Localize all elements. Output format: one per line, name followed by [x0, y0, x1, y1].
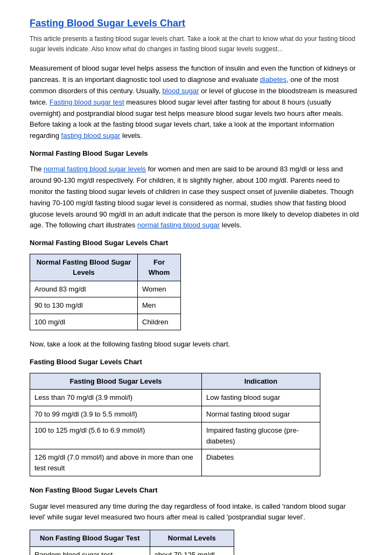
section2-intro: Now, take a look at the following fastin… — [30, 339, 362, 350]
table-row: Around 83 mg/dlWomen — [30, 281, 181, 297]
table-row: 90 to 130 mg/dlMen — [30, 297, 181, 314]
diabetes-link[interactable]: diabetes — [260, 75, 286, 84]
section3-paragraph: Sugar level measured any time during the… — [30, 501, 362, 524]
table-row: 100 mg/dlChildren — [30, 314, 181, 330]
section1-paragraph: The normal fasting blood sugar levels fo… — [30, 164, 362, 231]
section1-chart-heading: Normal Fasting Blood Sugar Levels Chart — [30, 238, 362, 248]
intro-paragraph: Measurement of blood sugar level helps a… — [30, 63, 362, 142]
section1-heading: Normal Fasting Blood Sugar Levels — [30, 148, 362, 159]
page-subtitle: This article presents a fasting blood su… — [30, 34, 362, 54]
table2-col2-header: Indication — [202, 373, 320, 390]
table1-col2-header: For Whom — [138, 254, 181, 281]
table-row: Less than 70 mg/dl (3.9 mmol/l)Low fasti… — [30, 390, 320, 406]
table3-col1-header: Non Fasting Blood Sugar Test — [30, 530, 150, 547]
table-row: 70 to 99 mg/dl (3.9 to 5.5 mmol/l)Normal… — [30, 406, 320, 422]
table-row: 100 to 125 mg/dl (5.6 to 6.9 mmol/l)Impa… — [30, 422, 320, 449]
non-fasting-table: Non Fasting Blood Sugar Test Normal Leve… — [30, 530, 234, 555]
fasting-blood-sugar-link[interactable]: fasting blood sugar — [61, 131, 121, 140]
table-row: 126 mg/dl (7.0 mmol/l) and above in more… — [30, 449, 320, 476]
table-row: Random blood sugar testabout 70-125 mg/d… — [30, 546, 234, 555]
table2-col1-header: Fasting Blood Sugar Levels — [30, 373, 202, 390]
fasting-blood-sugar-test-link[interactable]: Fasting blood sugar test — [50, 98, 124, 106]
normal-fasting-levels-link[interactable]: normal fasting blood sugar levels — [44, 165, 146, 173]
section2-heading: Fasting Blood Sugar Levels Chart — [30, 357, 362, 367]
section3-heading: Non Fasting Blood Sugar Levels Chart — [30, 485, 362, 496]
fasting-levels-table: Fasting Blood Sugar Levels Indication Le… — [30, 373, 320, 477]
table1-col1-header: Normal Fasting Blood Sugar Levels — [30, 254, 138, 281]
page-title: Fasting Blood Sugar Levels Chart — [30, 16, 362, 31]
normal-fasting-table: Normal Fasting Blood Sugar Levels For Wh… — [30, 254, 181, 331]
table3-col2-header: Normal Levels — [150, 530, 234, 547]
blood-sugar-link[interactable]: blood sugar — [163, 87, 199, 95]
normal-fasting-sugar-link[interactable]: normal fasting blood sugar — [137, 221, 220, 229]
